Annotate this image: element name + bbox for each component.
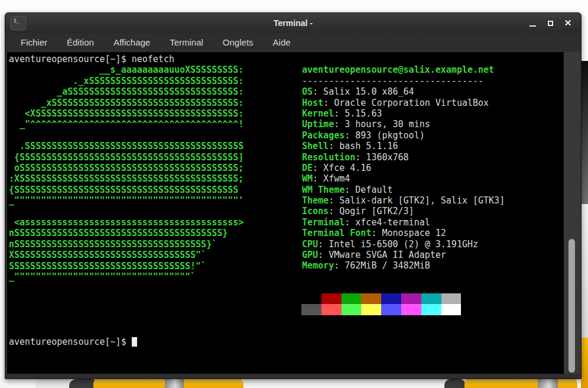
palette-swatch — [421, 304, 441, 315]
neofetch-info-row: WM Theme: Default — [302, 185, 505, 195]
menu-item[interactable]: Aide — [273, 37, 291, 47]
neofetch-info-row: Uptime: 3 hours, 30 mins — [302, 119, 505, 130]
menu-item[interactable]: Édition — [67, 37, 94, 47]
neofetch-info-row: DE: Xfce 4.16 — [302, 163, 505, 173]
neofetch-info-row: Resolution: 1360x768 — [302, 152, 505, 163]
neofetch-info-row: GPU: VMware SVGA II Adapter — [302, 250, 505, 260]
neofetch-info-row: Terminal Font: Monospace 12 — [302, 228, 505, 238]
info-label: OS — [302, 86, 313, 97]
neofetch-ascii-art: __s_aaaaaaaaauuoXSSSSSSSSS: ._xSSSSSSSSS… — [9, 64, 243, 282]
palette-swatch — [342, 293, 362, 305]
info-value: : VMware SVGA II Adapter — [318, 250, 446, 260]
wallpaper-right-edge-dark — [581, 61, 588, 204]
info-label: WM Theme — [302, 185, 345, 195]
palette-swatch — [421, 293, 441, 305]
palette-swatch — [401, 304, 421, 315]
info-label: Shell — [302, 141, 329, 151]
palette-swatch — [381, 304, 401, 315]
terminal-screen[interactable]: aventureopensource[~]$ neofetch __s_aaaa… — [7, 52, 564, 375]
info-label: Memory — [302, 260, 334, 271]
prompt-line-command: aventureopensource[~]$ neofetch — [9, 54, 174, 64]
info-label: Terminal Font — [302, 228, 371, 238]
wallpaper-dark-arc-right — [444, 379, 466, 388]
neofetch-user-host: aventureopensource@salix.example.net — [302, 64, 505, 75]
text-cursor — [132, 337, 138, 347]
prompt-text: aventureopensource[~]$ — [9, 54, 126, 64]
menubar: FichierÉditionAffichageTerminalOngletsAi… — [5, 33, 581, 51]
color-palette-row-normal — [301, 293, 461, 305]
scrollbar[interactable] — [564, 52, 580, 375]
palette-swatch — [301, 304, 321, 315]
palette-swatch — [301, 293, 321, 305]
palette-swatch — [321, 293, 342, 305]
neofetch-info-row: Kernel: 5.15.63 — [302, 108, 505, 119]
palette-swatch — [441, 304, 462, 315]
neofetch-info-row: Memory: 762MiB / 3482MiB — [302, 260, 505, 271]
minimize-button[interactable] — [528, 18, 537, 28]
wallpaper-right-edge-light — [581, 204, 588, 338]
info-label: Kernel — [302, 108, 334, 119]
menu-item[interactable]: Terminal — [170, 37, 203, 47]
info-value: : Default — [345, 185, 392, 195]
info-label: Theme — [302, 195, 329, 206]
info-value: : Salix-dark [GTK2], Salix [GTK3] — [329, 195, 505, 206]
info-value: : xfce4-terminal — [345, 217, 430, 228]
desktop: $_ Terminal - ✕ FichierÉditionAffichageT… — [0, 0, 588, 388]
info-label: Uptime — [302, 119, 334, 130]
command-text: neofetch — [132, 54, 174, 64]
info-value: : bash 5.1.16 — [329, 141, 398, 151]
neofetch-info-row: Icons: Qogir [GTK2/3] — [302, 206, 505, 216]
info-label: Terminal — [302, 217, 345, 228]
wallpaper-duck-body-left — [35, 379, 72, 388]
wallpaper-yellow-shape-right — [464, 378, 577, 388]
scrollbar-thumb[interactable] — [568, 239, 575, 373]
wallpaper-light-shape-middle — [243, 379, 444, 388]
terminal-app-icon[interactable]: $_ — [11, 17, 26, 30]
info-value: : 3 hours, 30 mins — [334, 119, 430, 130]
menu-item[interactable]: Fichier — [21, 37, 47, 47]
info-label: Packages — [302, 130, 345, 141]
titlebar[interactable]: $_ Terminal - ✕ — [5, 13, 581, 33]
menu-item[interactable]: Onglets — [223, 37, 254, 47]
info-value: : Xfwm4 — [313, 173, 350, 184]
info-label: Icons — [302, 206, 329, 216]
neofetch-info-row: WM: Xfwm4 — [302, 173, 505, 184]
info-value: : 893 (pkgtool) — [345, 130, 424, 141]
neofetch-info-row: Terminal: xfce4-terminal — [302, 217, 505, 228]
info-label: CPU — [302, 239, 318, 250]
wallpaper-right-edge-yellow — [581, 338, 588, 388]
info-value: : Xfce 4.16 — [313, 163, 371, 173]
color-palette-row-bright — [301, 304, 461, 315]
minimize-icon — [529, 25, 536, 27]
neofetch-info-row: CPU: Intel i5-6500 (2) @ 3.191GHz — [302, 239, 505, 250]
neofetch-info-row: OS: Salix 15.0 x86_64 — [302, 86, 505, 97]
neofetch-info-row: Packages: 893 (pkgtool) — [302, 130, 505, 141]
neofetch-separator: ---------------------------------- — [302, 76, 505, 86]
menu-item[interactable]: Affichage — [113, 37, 150, 47]
neofetch-info: aventureopensource@salix.example.net ---… — [302, 64, 505, 271]
info-value: : Salix 15.0 x86_64 — [313, 86, 414, 97]
info-label: Host — [302, 98, 323, 108]
close-icon: ✕ — [564, 18, 572, 28]
palette-swatch — [401, 293, 421, 305]
terminal-window: $_ Terminal - ✕ FichierÉditionAffichageT… — [5, 12, 581, 379]
window-bottom-border — [5, 374, 581, 379]
maximize-button[interactable] — [545, 18, 555, 28]
info-value: : Monospace 12 — [371, 228, 446, 238]
info-value: : Intel i5-6500 (2) @ 3.191GHz — [318, 239, 478, 250]
info-label: Resolution — [302, 152, 355, 163]
palette-swatch — [441, 293, 462, 305]
palette-swatch — [342, 304, 362, 315]
palette-swatch — [381, 293, 401, 305]
info-label: GPU — [302, 250, 318, 260]
close-button[interactable]: ✕ — [563, 18, 573, 28]
neofetch-info-rows: OS: Salix 15.0 x86_64Host: Oracle Corpor… — [302, 86, 505, 271]
info-value: : Oracle Corporation VirtualBox — [323, 98, 489, 108]
neofetch-info-row: Shell: bash 5.1.16 — [302, 141, 505, 151]
window-title: Terminal - — [5, 13, 581, 33]
info-value: : 5.15.63 — [334, 108, 382, 119]
neofetch-info-row: Host: Oracle Corporation VirtualBox — [302, 98, 505, 108]
info-value: : 1360x768 — [355, 152, 408, 163]
prompt-text: aventureopensource[~]$ — [9, 337, 126, 347]
info-label: DE — [302, 163, 313, 173]
